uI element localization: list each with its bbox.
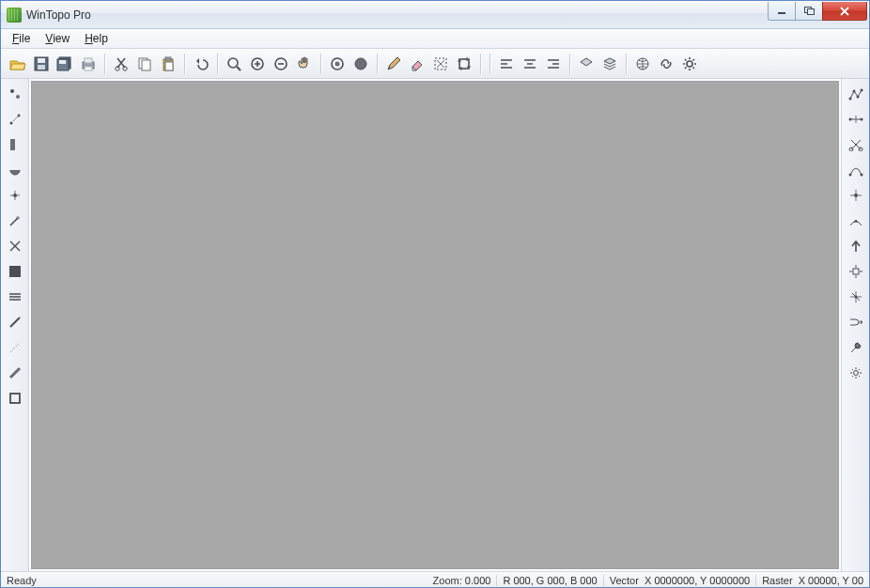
menu-view[interactable]: View [38, 30, 77, 47]
direction-tool-button[interactable] [5, 186, 25, 207]
polyline-button[interactable] [846, 85, 866, 105]
zoom-in-icon [250, 56, 265, 71]
svg-rect-2 [807, 9, 814, 15]
brush1-button[interactable] [5, 313, 25, 333]
minimize-button[interactable] [768, 2, 796, 21]
svg-point-29 [10, 89, 14, 93]
separator [480, 54, 481, 74]
rect-outline-button[interactable] [5, 389, 25, 410]
cut-icon [114, 56, 129, 71]
scissors-button[interactable] [846, 135, 866, 156]
print-button[interactable] [77, 53, 100, 75]
close-icon [839, 7, 850, 16]
merge-button[interactable] [846, 313, 866, 333]
point-tool-button[interactable] [5, 85, 25, 105]
zoom-button[interactable] [223, 53, 245, 75]
select-area-button[interactable] [429, 53, 452, 75]
globe-button[interactable] [631, 53, 654, 75]
save-all-button[interactable] [54, 53, 76, 75]
svg-rect-4 [38, 58, 45, 63]
brush2-icon [8, 366, 22, 382]
svg-rect-35 [9, 266, 21, 277]
link-icon [659, 56, 674, 71]
pencil-button[interactable] [382, 53, 405, 75]
wrench-icon [848, 340, 863, 358]
svg-point-23 [335, 61, 340, 66]
region-fill-icon [353, 56, 368, 71]
window-title: WinTopo Pro [26, 8, 91, 22]
wrench-button[interactable] [846, 338, 866, 359]
select-area-icon [433, 56, 448, 71]
maximize-button[interactable] [795, 2, 823, 21]
status-vector-label: Vector [610, 575, 639, 586]
snap-tool-button[interactable] [5, 110, 25, 131]
zoom-in-button[interactable] [246, 53, 269, 75]
edit-line-button[interactable] [846, 110, 866, 131]
arc-tool-button[interactable] [5, 161, 25, 181]
curve-button[interactable] [846, 161, 866, 181]
fill-square-icon [8, 265, 22, 281]
cut-button[interactable] [110, 53, 132, 75]
snap-node-button[interactable] [846, 186, 866, 207]
svg-point-39 [856, 95, 859, 98]
point-tool-icon [8, 87, 22, 103]
status-raster-label: Raster [762, 575, 792, 586]
crop-button[interactable] [453, 53, 475, 75]
region-button[interactable] [326, 53, 349, 75]
layer-stack-icon [602, 56, 617, 71]
window-controls [769, 2, 867, 21]
region-fill-button[interactable] [350, 53, 372, 75]
link-button[interactable] [655, 53, 677, 75]
lines-icon [8, 291, 22, 304]
dots-button[interactable] [5, 338, 25, 359]
copy-button[interactable] [133, 53, 156, 75]
eraser-button[interactable] [406, 53, 428, 75]
align-left-button[interactable] [495, 53, 518, 75]
join-icon [848, 214, 863, 230]
status-ready: Ready [7, 575, 37, 586]
svg-point-30 [16, 95, 20, 99]
box-tool-button[interactable] [5, 135, 25, 156]
svg-rect-11 [85, 67, 92, 70]
target-button[interactable] [846, 262, 866, 283]
settings-small-button[interactable] [846, 364, 866, 384]
align-right-button[interactable] [542, 53, 565, 75]
brush2-button[interactable] [5, 364, 25, 384]
wand-tool-button[interactable] [5, 211, 25, 232]
anchor-button[interactable] [846, 287, 866, 308]
menubar: File View Help [1, 29, 869, 49]
gear-icon [682, 56, 697, 71]
save-button[interactable] [30, 53, 53, 75]
svg-rect-18 [165, 62, 173, 70]
fill-square-button[interactable] [5, 262, 25, 283]
pan-button[interactable] [293, 53, 316, 75]
polyline-icon [848, 87, 863, 103]
undo-button[interactable] [190, 53, 212, 75]
copy-icon [137, 56, 152, 71]
layer-icon [579, 56, 594, 71]
minimize-icon [777, 7, 786, 16]
zoom-out-button[interactable] [270, 53, 292, 75]
separator [489, 54, 490, 74]
svg-point-42 [860, 117, 862, 120]
align-center-button[interactable] [519, 53, 541, 75]
save-all-icon [56, 56, 73, 71]
paste-button[interactable] [157, 53, 179, 75]
menu-help[interactable]: Help [77, 30, 116, 47]
layer-stack-button[interactable] [598, 53, 621, 75]
lines-button[interactable] [5, 287, 25, 308]
close-button[interactable] [822, 2, 867, 21]
layer-button[interactable] [575, 53, 598, 75]
svg-point-24 [355, 58, 366, 70]
open-button[interactable] [7, 53, 29, 75]
separator [569, 54, 570, 74]
canvas[interactable] [31, 81, 839, 569]
arrow-up-button[interactable] [846, 237, 866, 257]
status-vector-value: X 0000000, Y 0000000 [645, 575, 750, 586]
gear-button[interactable] [678, 53, 701, 75]
svg-rect-5 [38, 65, 45, 70]
join-button[interactable] [846, 211, 866, 232]
cross-tool-button[interactable] [5, 237, 25, 257]
wand-tool-icon [8, 214, 22, 230]
menu-file[interactable]: File [5, 30, 38, 47]
